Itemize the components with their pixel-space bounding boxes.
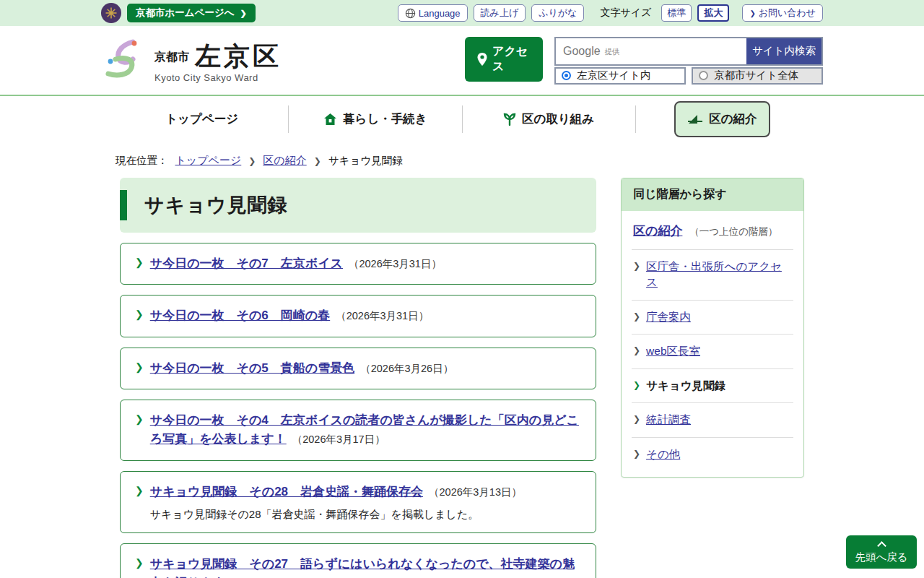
chevron-right-icon: ❯: [633, 309, 640, 323]
chevron-right-icon: ❯: [135, 359, 144, 378]
article-link[interactable]: サキョウ見聞録 その27 語らずにはいられなくなったので、社寺建築の魅力を語りま…: [150, 557, 575, 578]
chevron-right-icon: ❯: [633, 343, 640, 357]
read-aloud-button[interactable]: 読み上げ: [474, 4, 526, 22]
breadcrumb-link-intro[interactable]: 区の紹介: [263, 154, 306, 168]
search-provider: Google: [563, 45, 601, 58]
access-button[interactable]: アクセス: [465, 37, 543, 82]
nav-item-2[interactable]: 暮らし・手続き: [323, 111, 427, 127]
sidebar-item-link[interactable]: web区長室: [646, 343, 700, 359]
search-provider-sub: 提供: [605, 45, 620, 57]
fontsize-label: 文字サイズ: [600, 7, 651, 20]
search-scope-ward[interactable]: 左京区サイト内: [554, 67, 686, 85]
article-date: （2026年3月31日）: [349, 258, 442, 269]
breadcrumb-separator: ❯: [314, 156, 321, 166]
search-scope-city[interactable]: 京都市サイト全体: [692, 67, 823, 85]
chevron-right-icon: ❯: [135, 254, 144, 273]
logo-city-label: 京都市: [154, 50, 189, 69]
sidebar-item-link[interactable]: 区庁舎・出張所へのアクセス: [646, 259, 792, 291]
sidebar-item[interactable]: ❯その他: [632, 438, 793, 471]
radio-selected-icon: [562, 71, 571, 80]
chevron-right-icon: ❯: [749, 9, 755, 17]
kyoto-home-button[interactable]: 京都市ホームページへ ❯: [127, 4, 256, 22]
map-pin-icon: [476, 52, 488, 66]
nav-cell: 暮らし・手続き: [289, 111, 461, 127]
globe-icon: [405, 8, 416, 19]
article-description: サキョウ見聞録その28「岩倉史謡・舞踊保存会」を掲載しました。: [150, 508, 522, 522]
furigana-button[interactable]: ふりがな: [531, 4, 584, 22]
article-card: ❯サ今日の一枚 その6 岡崎の春（2026年3月31日）: [120, 295, 596, 337]
language-button[interactable]: Language: [398, 4, 468, 22]
site-search: Google 提供 サイト内検索 左京区サイト内 京都市サイト全体: [554, 37, 823, 85]
sidebar-item-current-label: サキョウ見聞録: [646, 378, 725, 394]
chevron-right-icon: ❯: [633, 447, 640, 460]
chevron-right-icon: ❯: [633, 259, 640, 272]
breadcrumb-separator: ❯: [248, 156, 256, 166]
nav-cell: 区の取り組み: [463, 111, 635, 127]
search-submit-button[interactable]: サイト内検索: [746, 38, 821, 64]
article-body: サ今日の一枚 その4 左京ボイスの読者の皆さんが撮影した「区内の見どころ写真」を…: [150, 411, 581, 449]
page-title: サキョウ見聞録: [136, 192, 580, 218]
sidebar-item-link[interactable]: その他: [646, 447, 680, 462]
site-header: 京都市 左京区 Kyoto City Sakyo Ward アクセス Googl…: [0, 26, 924, 96]
sidebar-item-link[interactable]: 庁舎案内: [646, 309, 691, 325]
article-link[interactable]: サ今日の一枚 その7 左京ボイス: [150, 256, 343, 270]
house-icon: [323, 113, 337, 126]
article-body: サ今日の一枚 その5 貴船の雪景色（2026年3月26日）: [150, 359, 453, 378]
main-column: サキョウ見聞録 ❯サ今日の一枚 その7 左京ボイス（2026年3月31日）❯サ今…: [120, 178, 596, 578]
article-body: サ今日の一枚 その7 左京ボイス（2026年3月31日）: [150, 254, 442, 273]
fontsize-standard-label: 標準: [667, 7, 686, 18]
radio-unselected-icon: [699, 71, 708, 80]
nav-item-label: 区の紹介: [709, 111, 757, 127]
sidebar-parent-note: （一つ上位の階層）: [689, 226, 777, 237]
sakyo-logo-mark-icon: [101, 38, 147, 82]
breadcrumb-label: 現在位置：: [116, 154, 168, 168]
article-body: サキョウ見聞録 その28 岩倉史謡・舞踊保存会（2026年3月13日）サキョウ見…: [150, 483, 522, 522]
fontsize-large-button[interactable]: 拡大: [697, 4, 729, 22]
breadcrumb: 現在位置： トップページ ❯ 区の紹介 ❯ サキョウ見聞録: [116, 154, 808, 168]
article-date: （2026年3月17日）: [292, 434, 385, 445]
breadcrumb-current: サキョウ見聞録: [328, 154, 403, 168]
sidebar-parent-link[interactable]: 区の紹介: [633, 224, 682, 238]
heading-accent-bar: [120, 190, 127, 220]
article-link[interactable]: サ今日の一枚 その6 岡崎の春: [150, 309, 330, 322]
article-card: ❯サ今日の一枚 その5 貴船の雪景色（2026年3月26日）: [120, 348, 596, 389]
fontsize-large-label: 拡大: [704, 7, 723, 18]
back-to-top-button[interactable]: 先頭へ戻る: [846, 535, 917, 569]
read-aloud-label: 読み上げ: [481, 7, 519, 20]
sidebar-item-link[interactable]: 統計調査: [646, 412, 691, 428]
article-link[interactable]: サキョウ見聞録 その28 岩倉史謡・舞踊保存会: [150, 485, 423, 499]
nav-item-label: 区の取り組み: [522, 111, 594, 127]
utility-bar: 京都市ホームページへ ❯ Language 読み上げ ふりがな 文字サイズ 標準…: [0, 0, 924, 26]
chevron-up-icon: [877, 541, 886, 551]
breadcrumb-link-top[interactable]: トップページ: [175, 154, 242, 168]
article-card: ❯サキョウ見聞録 その27 語らずにはいられなくなったので、社寺建築の魅力を語り…: [120, 543, 596, 578]
page-heading-box: サキョウ見聞録: [120, 178, 596, 233]
kyoto-city-emblem-icon: [101, 3, 121, 23]
chevron-right-icon: ❯: [240, 9, 247, 18]
sidebar-title: 同じ階層から探す: [622, 178, 803, 211]
main-navigation: トップページ暮らし・手続き区の取り組み区の紹介: [116, 96, 808, 142]
article-card: ❯サ今日の一枚 その7 左京ボイス（2026年3月31日）: [120, 243, 596, 285]
sidebar-item[interactable]: ❯web区長室: [632, 335, 793, 368]
chevron-right-icon: ❯: [135, 306, 144, 325]
chevron-right-icon: ❯: [135, 411, 144, 449]
sidebar-parent-row: 区の紹介 （一つ上位の階層）: [632, 214, 793, 250]
article-date: （2026年3月26日）: [360, 363, 453, 374]
sidebar-item[interactable]: ❯庁舎案内: [632, 301, 793, 335]
site-logo[interactable]: 京都市 左京区 Kyoto City Sakyo Ward: [101, 38, 282, 83]
nav-item-3[interactable]: 区の取り組み: [503, 111, 594, 127]
chevron-right-icon: ❯: [135, 555, 144, 578]
nav-item-1[interactable]: トップページ: [165, 111, 238, 127]
chevron-right-icon: ❯: [135, 483, 144, 522]
article-link[interactable]: サ今日の一枚 その5 貴船の雪景色: [150, 361, 354, 375]
nav-item-4[interactable]: 区の紹介: [674, 101, 770, 137]
back-to-top-label: 先頭へ戻る: [855, 551, 907, 564]
contact-button[interactable]: ❯ お問い合わせ: [742, 4, 823, 22]
sidebar-item[interactable]: ❯区庁舎・出張所へのアクセス: [632, 250, 793, 301]
article-body: サ今日の一枚 その6 岡崎の春（2026年3月31日）: [150, 306, 429, 325]
kyoto-home-label: 京都市ホームページへ: [136, 7, 235, 20]
sprout-icon: [503, 113, 516, 126]
fontsize-standard-button[interactable]: 標準: [661, 4, 692, 22]
search-input[interactable]: Google 提供: [556, 38, 746, 64]
sidebar-item[interactable]: ❯統計調査: [632, 403, 793, 437]
